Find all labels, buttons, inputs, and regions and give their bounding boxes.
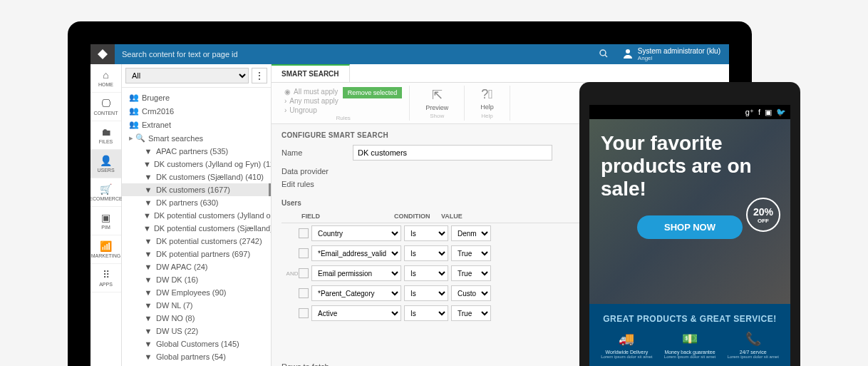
- global-search[interactable]: Search content for text or page id: [115, 49, 622, 59]
- search-placeholder: Search content for text or page id: [122, 50, 238, 59]
- tree-item[interactable]: ▼DW Employees (90): [122, 286, 271, 299]
- tree-item[interactable]: ▼DK potential customers (Jylland og Fyn)…: [122, 209, 271, 222]
- tree-icon: ▼: [143, 173, 153, 181]
- rule-field-select[interactable]: Active: [311, 305, 401, 321]
- tree-icon: ▼: [143, 314, 153, 322]
- tree-icon: ▼: [143, 288, 153, 297]
- rule-checkbox[interactable]: [299, 308, 309, 318]
- tree-item[interactable]: ▼DW APAC (24): [122, 260, 271, 273]
- tree-item[interactable]: 👥Brugere: [122, 91, 271, 104]
- rail-item-content[interactable]: 🖵CONTENT: [91, 93, 121, 121]
- preview-button[interactable]: ⇱ Preview: [417, 87, 457, 111]
- rule-condition-select[interactable]: Is: [404, 245, 448, 261]
- toolbar-footer-help: Help: [472, 113, 502, 119]
- sidebar-filter-button[interactable]: ⋮: [252, 68, 267, 83]
- tree-item[interactable]: 👥Crm2016: [122, 104, 271, 118]
- tree-item[interactable]: ▼Global Customers (145): [122, 337, 271, 350]
- rail-item-ecommerce[interactable]: 🛒ECOMMERCE: [91, 178, 121, 207]
- opt-all-must-apply[interactable]: ◉All must apply: [284, 87, 339, 96]
- rule-field-select[interactable]: *Parent_Category: [311, 285, 401, 301]
- rule-value-select[interactable]: Customer: [451, 285, 491, 301]
- rule-value-select[interactable]: True: [451, 265, 491, 281]
- sidebar: All ⋮ 👥Brugere👥Crm2016👥Extranet▸🔍Smart s…: [122, 64, 272, 366]
- mobile-screen: g⁺ f ▣ 🐦 Your favorite products are on s…: [589, 105, 790, 366]
- tree-item[interactable]: ▼DW NL (7): [122, 299, 271, 312]
- tree-label: Crm2016: [142, 107, 174, 116]
- svg-line-2: [605, 55, 607, 57]
- preview-icon: ⇱: [432, 87, 443, 103]
- app-topbar: Search content for text or page id Syste…: [91, 44, 729, 64]
- tree-item[interactable]: ▼DW NO (8): [122, 312, 271, 325]
- shop-now-button[interactable]: SHOP NOW: [637, 215, 743, 239]
- tree-label: DW APAC (24): [156, 263, 208, 271]
- rule-field-select[interactable]: Email permission: [311, 265, 401, 281]
- info-title: 24/7 service: [740, 350, 767, 355]
- tree-item[interactable]: ▼APAC partners (535): [122, 145, 271, 158]
- rail-item-pim[interactable]: ▣PIM: [91, 207, 121, 235]
- rail-item-apps[interactable]: ⠿APPS: [91, 264, 121, 293]
- facebook-icon[interactable]: f: [758, 108, 760, 116]
- rail-item-marketing[interactable]: 📶MARKETING: [91, 235, 121, 264]
- rule-condition-select[interactable]: Is: [404, 285, 448, 301]
- tree-item[interactable]: ▼DK customers (1677): [122, 183, 271, 196]
- rail-icon: 🖵: [101, 98, 111, 109]
- info-column: 📞24/7 serviceLorem ipsum dolor sit amet: [721, 331, 785, 359]
- search-icon[interactable]: [599, 49, 615, 59]
- rule-checkbox[interactable]: [299, 268, 309, 278]
- tree-icon: ▼: [143, 301, 153, 310]
- user-menu[interactable]: System administrator (klu) Angel: [622, 47, 729, 61]
- tree-item[interactable]: ▸🔍Smart searches: [122, 131, 271, 145]
- tree-label: Global Customers (145): [156, 340, 239, 348]
- tree-item[interactable]: ▼DK partners (630): [122, 196, 271, 209]
- remove-selected-button[interactable]: Remove selected: [343, 87, 403, 98]
- rail-icon: ⌂: [103, 69, 108, 81]
- rule-value-select[interactable]: Denmark: [451, 225, 491, 241]
- rail-item-home[interactable]: ⌂HOME: [91, 64, 121, 93]
- tree-item[interactable]: ▼DW DK (16): [122, 273, 271, 286]
- rail-item-users[interactable]: 👤USERS: [91, 150, 121, 178]
- opt-any-must-apply[interactable]: ›Any must apply: [284, 96, 339, 106]
- rule-checkbox[interactable]: [299, 288, 309, 298]
- sidebar-filter-select[interactable]: All: [125, 68, 249, 83]
- name-input[interactable]: [353, 145, 552, 161]
- rule-checkbox[interactable]: [299, 248, 309, 258]
- tree-label: DK potential customers (2742): [156, 237, 262, 245]
- rule-value-select[interactable]: True: [451, 245, 491, 261]
- tree-item[interactable]: ▼DW US (22): [122, 325, 271, 337]
- tree-item[interactable]: ▼Global partners (54): [122, 350, 271, 363]
- rule-field-select[interactable]: Country: [311, 225, 401, 241]
- info-column: 🚚Worldwide DeliveryLorem ipsum dolor sit…: [595, 331, 658, 359]
- toolbar-footer-show: Show: [417, 113, 457, 119]
- rule-value-select[interactable]: True: [451, 305, 491, 321]
- rule-field-select[interactable]: *Email_address_valid: [311, 245, 401, 261]
- rail-item-files[interactable]: 🖿FILES: [91, 121, 121, 150]
- rule-condition-select[interactable]: Is: [404, 225, 448, 241]
- sidebar-filter: All ⋮: [122, 64, 271, 88]
- rule-condition-select[interactable]: Is: [404, 265, 448, 281]
- tree-label: DW DK (16): [156, 275, 198, 284]
- twitter-icon[interactable]: 🐦: [776, 108, 786, 117]
- opt-ungroup[interactable]: ›Ungroup: [284, 106, 339, 115]
- rule-checkbox[interactable]: [299, 228, 309, 238]
- info-sub: Lorem ipsum dolor sit amet: [601, 355, 652, 359]
- blog-icon[interactable]: ▣: [765, 108, 772, 117]
- tab-smart-search[interactable]: SMART SEARCH: [272, 64, 350, 82]
- tree-item[interactable]: ▼DK potential partners (697): [122, 248, 271, 260]
- tree-label: DK customers (Sjælland) (410): [156, 173, 264, 181]
- rail-label: MARKETING: [91, 253, 121, 258]
- tree-icon: ▼: [143, 147, 153, 156]
- rule-condition-select[interactable]: Is: [404, 305, 448, 321]
- gplus-icon[interactable]: g⁺: [745, 108, 754, 117]
- rail-label: HOME: [98, 82, 113, 87]
- tree-label: DK customers (Jylland og Fyn) (1266): [154, 160, 271, 168]
- tree-label: DK potential partners (697): [156, 250, 250, 258]
- rail-icon: 👤: [100, 155, 112, 166]
- tree-item[interactable]: ▼DK potential customers (Sjælland) (1074…: [122, 222, 271, 235]
- help-button[interactable]: ?⃝ Help: [472, 87, 502, 111]
- tree-item[interactable]: ▼DK customers (Jylland og Fyn) (1266): [122, 158, 271, 171]
- tree-item[interactable]: ▼DK potential customers (2742): [122, 235, 271, 248]
- app-logo[interactable]: [91, 44, 115, 64]
- tree-item[interactable]: 👥Extranet: [122, 118, 271, 131]
- tree-label: Extranet: [142, 121, 171, 129]
- tree-item[interactable]: ▼DK customers (Sjælland) (410): [122, 171, 271, 183]
